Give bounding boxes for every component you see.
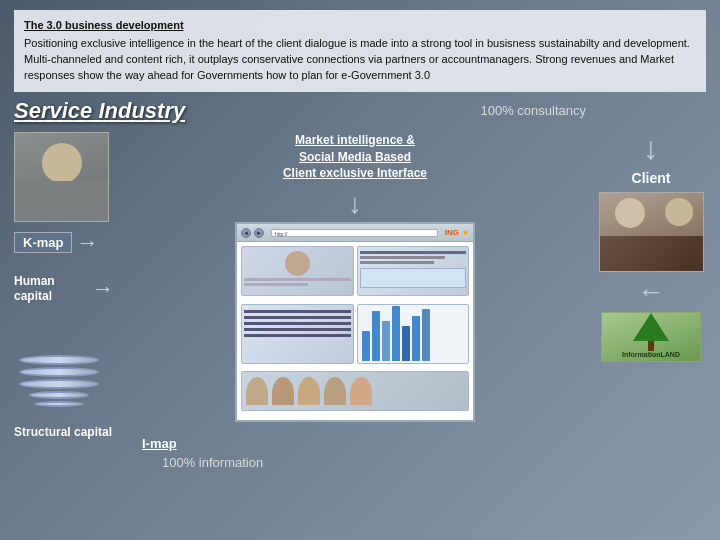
fake-toolbar: ◄ ► http:// ING ★ (237, 224, 473, 242)
fake-person-1 (246, 377, 268, 405)
fake-content-area (237, 242, 473, 420)
top-title: The 3.0 business development (24, 18, 696, 34)
client-exclusive-label: Client exclusive Interface (283, 165, 427, 182)
market-intel-block: Market intelligence & Social Media Based… (283, 132, 427, 182)
ing-logo-toolbar: ING (445, 228, 459, 237)
market-intel-label: Market intelligence & (283, 132, 427, 149)
chart-bar-6 (412, 316, 420, 361)
chart-bar-1 (362, 331, 370, 361)
fake-nav-5 (244, 334, 351, 337)
social-media-label: Social Media Based (283, 149, 427, 166)
fake-chart-block (357, 304, 470, 364)
fake-fwd-btn: ► (254, 228, 264, 238)
fake-nav-4 (244, 328, 351, 331)
fake-nav-2 (244, 316, 351, 319)
chart-bar-2 (372, 311, 380, 361)
service-header-row: Service Industry 100% consultancy (14, 98, 706, 124)
fake-person-4 (324, 377, 346, 405)
fake-role-bar (244, 283, 308, 286)
structural-capital-label: Structural capital (14, 425, 112, 441)
left-arrow-icon: ← (637, 278, 665, 306)
chart-bar-4 (392, 306, 400, 361)
imap-row: I-map (122, 432, 588, 451)
fake-person-3 (298, 377, 320, 405)
info-100-label: 100% information (162, 455, 263, 470)
screenshot-inner: ◄ ► http:// ING ★ (237, 224, 473, 420)
tree-top (633, 313, 669, 341)
disk-image (14, 345, 104, 415)
fake-block-profile (241, 246, 354, 296)
fake-widget (360, 268, 467, 288)
client-body (600, 236, 703, 271)
down-arrow-icon: ↓ (348, 190, 362, 218)
ing-star-icon: ★ (462, 228, 469, 237)
structural-capital-row: Structural capital (14, 425, 114, 441)
main-area: K-map → Human capital → Structural capit… (14, 132, 706, 470)
human-capital-row: Human capital → (14, 274, 114, 305)
fake-block-persons (241, 371, 469, 411)
kmap-arrow-icon: → (76, 232, 98, 254)
person-image (14, 132, 109, 222)
right-down-arrow-icon: ↓ (643, 132, 659, 164)
fake-back-btn: ◄ (241, 228, 251, 238)
top-description-block: The 3.0 business development Positioning… (14, 10, 706, 92)
fake-line-1 (360, 251, 467, 254)
fake-person-2 (272, 377, 294, 405)
disk-layer-2 (19, 367, 99, 377)
chart-bar-3 (382, 321, 390, 361)
page-content: The 3.0 business development Positioning… (0, 0, 720, 480)
disk-layer-3 (19, 379, 99, 389)
fake-url-bar: http:// (271, 229, 438, 237)
left-column: K-map → Human capital → Structural capit… (14, 132, 114, 441)
human-capital-label: Human capital (14, 274, 88, 305)
client-image (599, 192, 704, 272)
fake-block-nav (241, 304, 354, 364)
client-label: Client (632, 170, 671, 186)
human-arrow-icon: → (92, 278, 114, 300)
disk-layer-1 (19, 355, 99, 365)
chart-bar-5 (402, 326, 410, 361)
fake-line-2 (360, 256, 445, 259)
middle-column: Market intelligence & Social Media Based… (122, 132, 588, 470)
chart-bar-7 (422, 309, 430, 361)
fake-nav-1 (244, 310, 351, 313)
fake-nav-3 (244, 322, 351, 325)
consultancy-label: 100% consultancy (480, 103, 586, 118)
kmap-label: K-map (14, 232, 72, 253)
info-row: 100% information (122, 455, 588, 470)
imap-label: I-map (142, 436, 177, 451)
infoland-logo: InformationLAND (601, 312, 701, 362)
kmap-label-row: K-map → (14, 232, 114, 254)
disk-layer-5 (34, 401, 84, 407)
fake-person-5 (350, 377, 372, 405)
fake-name-bar (244, 278, 351, 281)
infoland-text: InformationLAND (622, 351, 680, 358)
tree-graphic (631, 316, 671, 351)
service-title: Service Industry (14, 98, 185, 124)
fake-line-3 (360, 261, 435, 264)
disk-layer-4 (29, 391, 89, 399)
top-body: Positioning exclusive intelligence in th… (24, 37, 690, 81)
fake-block-main (357, 246, 470, 296)
fake-avatar (285, 251, 310, 276)
right-column: ↓ Client ← InformationLAND (596, 132, 706, 362)
screenshot-box: ◄ ► http:// ING ★ (235, 222, 475, 422)
